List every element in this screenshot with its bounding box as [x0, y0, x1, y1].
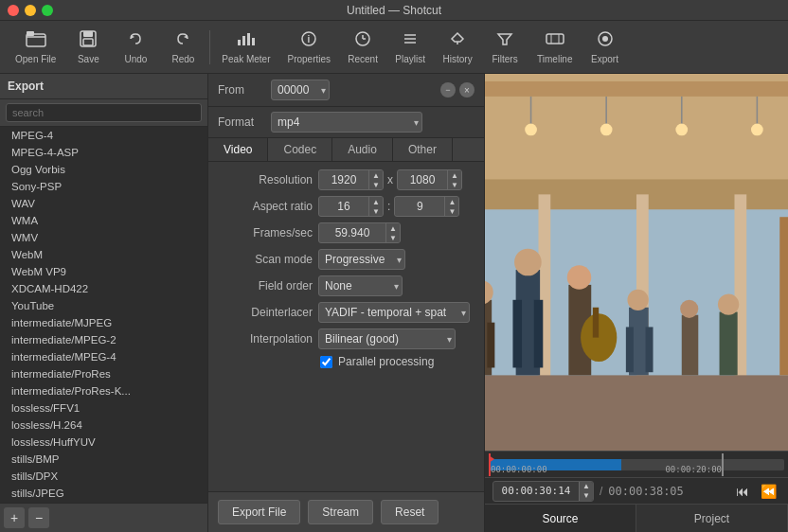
- panel-minimize-button[interactable]: −: [440, 82, 456, 98]
- fps-up[interactable]: ▲: [386, 223, 400, 233]
- toolbar-export[interactable]: Export: [582, 27, 628, 68]
- svg-rect-58: [593, 308, 599, 338]
- list-item[interactable]: lossless/H.264: [0, 417, 207, 434]
- toolbar-history[interactable]: History: [435, 27, 480, 68]
- toolbar-properties[interactable]: i Properties: [280, 27, 339, 68]
- fps-down[interactable]: ▼: [386, 233, 400, 242]
- format-select[interactable]: mp4 avi mkv: [271, 112, 422, 133]
- parallel-processing-checkbox[interactable]: [320, 356, 332, 368]
- stream-button[interactable]: Stream: [308, 500, 373, 524]
- save-icon: [80, 30, 97, 52]
- aspect-ratio-label: Aspect ratio: [218, 200, 313, 213]
- from-select[interactable]: 00000 clip: [271, 80, 330, 100]
- list-item[interactable]: lossless/HuffYUV: [0, 434, 207, 451]
- format-list-footer: + −: [0, 503, 207, 532]
- list-item[interactable]: intermediate/ProRes-K...: [0, 382, 207, 399]
- timecode-spinner: ▲ ▼: [492, 481, 594, 502]
- maximize-button[interactable]: [42, 5, 53, 16]
- list-item[interactable]: XDCAM-HD422: [0, 280, 207, 297]
- list-item[interactable]: stills/JPEG: [0, 485, 207, 502]
- aspect-w-spinner: ▲ ▼: [318, 196, 384, 217]
- panel-close-button[interactable]: ×: [459, 82, 475, 98]
- timeline-bar[interactable]: 00:00:00:00 00:00:20:00: [485, 451, 788, 477]
- tab-audio[interactable]: Audio: [332, 138, 393, 161]
- aspect-h-up[interactable]: ▲: [445, 197, 458, 206]
- toolbar-filters-label: Filters: [492, 54, 517, 64]
- export-file-button[interactable]: Export File: [218, 500, 300, 524]
- list-item[interactable]: WAV: [0, 195, 207, 212]
- aspect-w-down[interactable]: ▼: [369, 206, 383, 216]
- list-item[interactable]: Sony-PSP: [0, 178, 207, 195]
- list-item[interactable]: stills/BMP: [0, 451, 207, 468]
- toolbar-filters[interactable]: Filters: [482, 27, 528, 68]
- fps-input[interactable]: [319, 224, 385, 241]
- field-order-select[interactable]: None Top first Bottom first: [318, 275, 403, 296]
- resolution-width-input[interactable]: [319, 171, 368, 188]
- close-button[interactable]: [8, 5, 19, 16]
- aspect-h-input[interactable]: [395, 198, 444, 215]
- list-item[interactable]: Ogg Vorbis: [0, 161, 207, 178]
- toolbar-open-file[interactable]: Open File: [8, 27, 63, 68]
- toolbar-recent[interactable]: Recent: [340, 27, 385, 68]
- resolution-width-up[interactable]: ▲: [369, 170, 383, 180]
- aspect-w-input[interactable]: [319, 198, 368, 215]
- list-item[interactable]: YouTube: [0, 297, 207, 314]
- toolbar-playlist[interactable]: Playlist: [387, 27, 433, 68]
- scan-mode-select[interactable]: Progressive Interlaced: [318, 249, 405, 270]
- interpolation-select[interactable]: Bilinear (good) Nearest (fast) Bicubic (…: [318, 328, 456, 349]
- toolbar-undo[interactable]: Undo: [113, 27, 158, 68]
- tab-video[interactable]: Video: [208, 138, 268, 161]
- toolbar-save[interactable]: Save: [65, 27, 111, 68]
- add-format-button[interactable]: +: [4, 507, 25, 528]
- list-item[interactable]: intermediate/MPEG-4: [0, 348, 207, 365]
- transport-skip-back[interactable]: ⏪: [757, 482, 780, 501]
- resolution-width-arrows: ▲ ▼: [368, 170, 383, 189]
- aspect-w-up[interactable]: ▲: [369, 197, 383, 206]
- aspect-h-down[interactable]: ▼: [445, 206, 458, 216]
- parallel-processing-label[interactable]: Parallel processing: [338, 355, 434, 368]
- resolution-width-down[interactable]: ▼: [369, 180, 383, 189]
- tab-source[interactable]: Source: [485, 505, 636, 532]
- search-input[interactable]: [6, 103, 202, 122]
- resolution-height-input[interactable]: [398, 171, 447, 188]
- resolution-height-spinner: ▲ ▼: [397, 169, 462, 190]
- deinterlacer-label: Deinterlacer: [218, 306, 313, 319]
- svg-rect-10: [252, 38, 255, 45]
- timecode-up[interactable]: ▲: [580, 482, 593, 491]
- remove-format-button[interactable]: −: [28, 507, 49, 528]
- list-item[interactable]: intermediate/MPEG-2: [0, 331, 207, 348]
- reset-button[interactable]: Reset: [381, 500, 439, 524]
- list-item[interactable]: stills/DPX: [0, 468, 207, 485]
- list-item[interactable]: intermediate/ProRes: [0, 365, 207, 382]
- source-tabs: Source Project: [485, 504, 788, 532]
- list-item[interactable]: MPEG-4-ASP: [0, 144, 207, 161]
- transport-skip-start[interactable]: ⏮: [732, 482, 753, 501]
- timecode-input[interactable]: [493, 483, 579, 499]
- svg-rect-4: [83, 39, 93, 45]
- left-panel: Export MPEG-4 MPEG-4-ASP Ogg Vorbis Sony…: [0, 74, 208, 532]
- deinterlacer-select[interactable]: YADIF - temporal + spat YADIF - temporal…: [318, 302, 470, 323]
- tab-codec[interactable]: Codec: [268, 138, 332, 161]
- svg-point-52: [514, 249, 542, 276]
- tab-project[interactable]: Project: [636, 505, 788, 532]
- list-item[interactable]: intermediate/MJPEG: [0, 314, 207, 331]
- svg-point-32: [525, 124, 537, 136]
- svg-rect-8: [242, 36, 245, 45]
- list-item[interactable]: WebM: [0, 246, 207, 263]
- tab-other[interactable]: Other: [393, 138, 453, 161]
- timecode-down[interactable]: ▼: [580, 491, 593, 501]
- svg-rect-46: [485, 375, 788, 451]
- toolbar-sep-1: [209, 30, 210, 64]
- list-item[interactable]: WMA: [0, 212, 207, 229]
- toolbar-redo[interactable]: Redo: [160, 27, 206, 68]
- resolution-height-up[interactable]: ▲: [448, 170, 461, 180]
- list-item[interactable]: WebM VP9: [0, 263, 207, 280]
- list-item[interactable]: MPEG-4: [0, 127, 207, 144]
- resolution-height-down[interactable]: ▼: [448, 180, 461, 189]
- list-item[interactable]: WMV: [0, 229, 207, 246]
- list-item[interactable]: lossless/FFV1: [0, 399, 207, 417]
- toolbar-peak-meter[interactable]: Peak Meter: [214, 27, 278, 68]
- export-footer: Export File Stream Reset: [208, 491, 484, 532]
- toolbar-timeline[interactable]: Timeline: [529, 27, 580, 68]
- minimize-button[interactable]: [25, 5, 36, 16]
